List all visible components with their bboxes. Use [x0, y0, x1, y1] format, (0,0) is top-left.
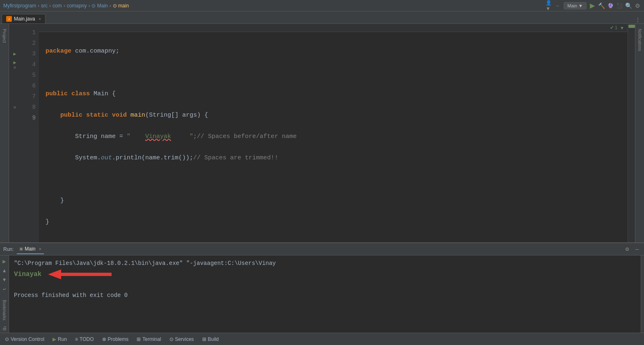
tab-main-java[interactable]: J Main.java × [2, 14, 46, 23]
services-label: Services [175, 336, 194, 342]
settings-icon[interactable]: ⚙ [634, 2, 641, 9]
panel-icon-4[interactable]: 🖨 [2, 325, 7, 331]
notifications-sidebar: Notifications [635, 24, 644, 242]
code-line-6: System.out.println(name.trim());// Space… [44, 153, 628, 163]
config-dropdown-icon: ▼ [578, 3, 583, 8]
panel-content: ▶ ▲ ▼ ↩ Bookmarks 🖨 ⊞ 🗑 Structure 📌 "C:\… [0, 255, 644, 333]
run-tab-icon: ▣ [19, 246, 23, 251]
project-panel-label[interactable]: Project [2, 29, 7, 43]
editor-top-bar: ✔ 1 ▼ [39, 24, 628, 32]
problems-icon: ⊗ [102, 336, 106, 342]
code-line-1: package com.comapny; [44, 46, 628, 57]
gutter-run-4[interactable]: ▶ ◇ [9, 59, 21, 70]
back-icon[interactable]: ← [555, 2, 561, 9]
code-line-8: } [44, 196, 628, 206]
scroll-indicator [628, 25, 635, 28]
red-arrow-svg [48, 269, 112, 280]
status-bar: ⊙ Version Control ▶ Run ≡ TODO ⊗ Problem… [0, 333, 644, 345]
code-line-4: public static void main(String[] args) { [44, 110, 628, 121]
run-tab-close[interactable]: × [39, 246, 41, 251]
editor-menu-icon[interactable]: ⋮ [635, 16, 641, 23]
breadcrumb-main-method[interactable]: ⊙ main [113, 3, 129, 9]
toolbar-right: 👤▼ ← Main ▼ ▶ 🔨 🔮 ⬛ 🔍 ⚙ [546, 2, 641, 9]
notifications-label[interactable]: Notifications [637, 29, 642, 51]
terminal-label: Terminal [142, 336, 161, 342]
panel-wrap-icon[interactable]: ↩ [3, 286, 6, 292]
gutter-line-1 [9, 27, 21, 38]
coverage-button[interactable]: 🔮 [607, 2, 614, 9]
run-tab-label: Main [25, 246, 35, 252]
gutter-line-6 [9, 80, 21, 91]
run-status-icon: ▶ [53, 336, 56, 342]
terminal-line-1: "C:\Program Files\Java\jdk-18.0.2.1\bin\… [14, 259, 636, 268]
gutter-line-9 [9, 113, 21, 123]
run-label: Run: [3, 246, 14, 252]
expand-icon[interactable]: ▼ [620, 25, 624, 30]
panel-gear-icon[interactable]: ⚙ [623, 246, 631, 253]
breadcrumb-src[interactable]: src [41, 3, 48, 9]
run-tab-main[interactable]: ▣ Main × [17, 244, 43, 254]
stop-button[interactable]: ⬛ [616, 2, 623, 9]
process-finished-text: Process finished with exit code 0 [14, 292, 128, 299]
run-status-label: Run [58, 336, 67, 342]
red-arrow-annotation [48, 269, 112, 280]
status-services[interactable]: ⊙ Services [168, 336, 196, 342]
panel-tab-actions: ⚙ — [623, 246, 641, 253]
left-sidebar: Project [0, 24, 9, 242]
breadcrumb: Myfirstprogram › src › com › comapny › ⊙… [3, 3, 129, 9]
panel-minimize-icon[interactable]: — [633, 246, 641, 253]
config-selector[interactable]: Main ▼ [564, 2, 587, 9]
editor-gutter: ▶ ▶ ◇ ◇ [9, 24, 21, 242]
status-todo[interactable]: ≡ TODO [73, 336, 95, 342]
java-file-icon: J [6, 16, 12, 22]
panel-scroll-down-icon[interactable]: ▼ [3, 277, 6, 283]
terminal-line-4: Process finished with exit code 0 [14, 291, 636, 300]
bottom-panel: Run: ▣ Main × ⚙ — ▶ ▲ ▼ ↩ Bookmarks 🖨 ⊞ … [0, 242, 644, 333]
tab-close-button[interactable]: × [39, 17, 41, 21]
build-icon: ⊞ [202, 336, 206, 342]
status-terminal[interactable]: ⊞ Terminal [135, 336, 162, 342]
code-line-7 [44, 174, 628, 185]
terminal-icon: ⊞ [137, 336, 141, 342]
terminal-output-value: Vinayak [14, 270, 41, 279]
breadcrumb-comapny[interactable]: comapny [67, 3, 87, 9]
svg-marker-0 [48, 269, 112, 279]
check-count: ✔ 1 [610, 25, 617, 30]
title-bar: Myfirstprogram › src › com › comapny › ⊙… [0, 0, 644, 12]
user-icon[interactable]: 👤▼ [546, 2, 552, 9]
version-control-icon: ⊙ [5, 336, 9, 342]
gutter-line-8: ◇ [9, 102, 21, 113]
build-button[interactable]: 🔨 [598, 2, 605, 9]
panel-left-icons: ▶ ▲ ▼ ↩ Bookmarks 🖨 ⊞ 🗑 Structure 📌 [0, 255, 9, 333]
breadcrumb-project[interactable]: Myfirstprogram [3, 3, 36, 9]
bookmarks-label[interactable]: Bookmarks [2, 300, 7, 320]
panel-run-icon[interactable]: ▶ [2, 258, 6, 265]
gutter-line-5 [9, 70, 21, 80]
breadcrumb-com[interactable]: com [53, 3, 62, 9]
status-build[interactable]: ⊞ Build [201, 336, 221, 342]
code-content: package com.comapny; public class Main {… [39, 32, 628, 242]
editor-scrollbar [628, 24, 635, 242]
services-icon: ⊙ [169, 336, 174, 342]
code-line-3: public class Main { [44, 89, 628, 99]
problems-label: Problems [108, 336, 129, 342]
breadcrumb-main-class[interactable]: ⊙ Main [91, 3, 107, 9]
status-version-control[interactable]: ⊙ Version Control [3, 336, 46, 342]
gutter-line-2 [9, 38, 21, 48]
editor-section: Project ▶ ▶ ◇ ◇ 1 2 3 4 5 6 7 8 9 ✔ 1 ▼ … [0, 24, 644, 242]
terminal-scrollbar [641, 255, 644, 333]
terminal-output: "C:\Program Files\Java\jdk-18.0.2.1\bin\… [9, 255, 641, 333]
panel-scroll-up-icon[interactable]: ▲ [3, 268, 6, 274]
panel-tab-bar: Run: ▣ Main × ⚙ — [0, 243, 644, 255]
code-editor[interactable]: ✔ 1 ▼ package com.comapny; public class … [39, 24, 628, 242]
terminal-command-text: "C:\Program Files\Java\jdk-18.0.2.1\bin\… [14, 260, 276, 267]
gutter-run-3[interactable]: ▶ [9, 48, 21, 59]
code-line-9: } [44, 217, 628, 228]
run-button[interactable]: ▶ [589, 2, 596, 9]
tab-bar: J Main.java × ⋮ [0, 12, 644, 24]
search-icon[interactable]: 🔍 [625, 2, 632, 9]
status-problems[interactable]: ⊗ Problems [100, 336, 130, 342]
line-numbers: 1 2 3 4 5 6 7 8 9 [21, 24, 39, 242]
tab-label: Main.java [14, 16, 35, 22]
status-run[interactable]: ▶ Run [51, 336, 69, 342]
